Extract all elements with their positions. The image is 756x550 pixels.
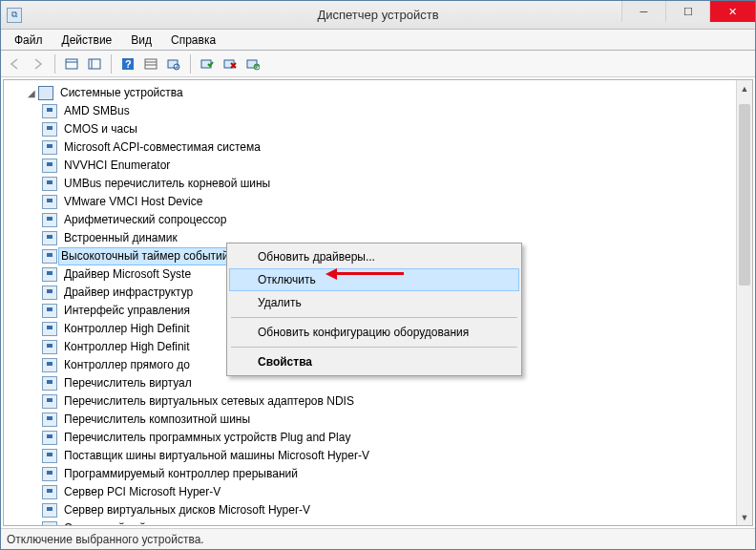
tree-item[interactable]: Программируемый контроллер прерываний <box>42 465 752 483</box>
svg-rect-2 <box>89 59 100 69</box>
device-icon <box>42 503 57 518</box>
device-icon <box>42 449 57 463</box>
device-label: UMBus перечислитель корневой шины <box>61 175 273 193</box>
device-label: Контроллер High Definit <box>61 320 193 338</box>
back-button[interactable] <box>5 53 26 74</box>
device-label: Контроллер прямого до <box>61 356 193 374</box>
properties-button[interactable] <box>84 53 105 74</box>
tree-item[interactable]: Системный таймер <box>42 519 752 526</box>
context-menu: Обновить драйверы...ОтключитьУдалитьОбно… <box>226 243 522 376</box>
category-icon <box>38 86 53 100</box>
menu-action[interactable]: Действие <box>52 32 122 49</box>
device-icon <box>42 485 57 499</box>
menubar: Файл Действие Вид Справка <box>1 30 755 51</box>
device-tree-panel: ◢ Системные устройства AMD SMBusCMOS и ч… <box>3 79 753 526</box>
device-label: Перечислитель композитной шины <box>61 411 253 429</box>
context-menu-item[interactable]: Обновить конфигурацию оборудования <box>229 321 519 344</box>
device-label: Сервер виртуальных дисков Microsoft Hype… <box>61 501 313 519</box>
menu-file[interactable]: Файл <box>5 32 52 49</box>
device-icon <box>42 104 57 118</box>
device-icon <box>42 177 57 191</box>
device-icon <box>42 140 57 155</box>
tree-item[interactable]: Сервер PCI Microsoft Hyper-V <box>42 483 752 501</box>
device-icon <box>42 231 57 245</box>
uninstall-device-button[interactable] <box>242 53 263 74</box>
device-icon <box>42 358 57 372</box>
device-label: Встроенный динамик <box>61 229 180 247</box>
device-label: Арифметический сопроцессор <box>61 211 229 229</box>
tree-item[interactable]: NVVHCI Enumerator <box>42 157 752 175</box>
scroll-thumb[interactable] <box>739 104 750 286</box>
device-label: Высокоточный таймер событий <box>58 247 231 265</box>
device-icon <box>42 340 57 354</box>
context-menu-item[interactable]: Отключить <box>229 268 519 291</box>
context-menu-item[interactable]: Обновить драйверы... <box>229 245 519 268</box>
close-button[interactable]: ✕ <box>709 1 755 22</box>
device-label: AMD SMBus <box>61 102 133 120</box>
device-icon <box>42 431 57 445</box>
scroll-up-icon[interactable]: ▲ <box>737 80 752 96</box>
menu-view[interactable]: Вид <box>121 32 161 49</box>
tree-item[interactable]: Перечислитель композитной шины <box>42 411 752 429</box>
tree-item[interactable]: Перечислитель программных устройств Plug… <box>42 429 752 447</box>
tree-item[interactable]: AMD SMBus <box>42 102 752 120</box>
tree-item[interactable]: VMware VMCI Host Device <box>42 193 752 211</box>
device-icon <box>42 376 57 391</box>
device-label: Интерфейс управления <box>61 302 193 320</box>
titlebar: ⧉ Диспетчер устройств ─ ☐ ✕ <box>1 1 755 30</box>
svg-rect-0 <box>66 59 77 69</box>
tree-item[interactable]: CMOS и часы <box>42 120 752 138</box>
maximize-button[interactable]: ☐ <box>665 1 709 22</box>
collapse-icon[interactable]: ◢ <box>25 85 38 101</box>
tree-item[interactable]: Перечислитель виртуал <box>42 374 752 392</box>
context-menu-separator <box>231 317 517 318</box>
tree-item[interactable]: Поставщик шины виртуальной машины Micros… <box>42 447 752 465</box>
app-icon: ⧉ <box>7 8 22 23</box>
view-mode-button[interactable] <box>140 53 161 74</box>
tree-item[interactable]: Сервер виртуальных дисков Microsoft Hype… <box>42 501 752 519</box>
device-icon <box>42 249 57 264</box>
toolbar-separator <box>54 54 55 74</box>
device-label: Сервер PCI Microsoft Hyper-V <box>61 483 223 501</box>
help-button[interactable]: ? <box>117 53 138 74</box>
client-area: ◢ Системные устройства AMD SMBusCMOS и ч… <box>1 77 755 528</box>
window-controls: ─ ☐ ✕ <box>621 1 755 29</box>
minimize-button[interactable]: ─ <box>621 1 665 22</box>
tree-item[interactable]: Арифметический сопроцессор <box>42 211 752 229</box>
device-icon <box>42 467 57 481</box>
context-menu-item[interactable]: Удалить <box>229 291 519 314</box>
forward-button[interactable] <box>28 53 49 74</box>
device-icon <box>42 286 57 300</box>
device-label: Драйвер инфраструктур <box>61 284 196 302</box>
context-menu-item[interactable]: Свойства <box>229 350 519 373</box>
disable-device-button[interactable] <box>220 53 241 74</box>
device-icon <box>42 521 57 526</box>
device-label: Контроллер High Definit <box>61 338 193 356</box>
device-label: Драйвер Microsoft Syste <box>61 265 194 284</box>
toolbar: ? <box>1 51 755 77</box>
tree-category[interactable]: ◢ Системные устройства <box>8 84 752 102</box>
toolbar-separator <box>111 54 112 74</box>
menu-help[interactable]: Справка <box>161 32 225 49</box>
toolbar-separator <box>190 54 191 74</box>
statusbar: Отключение выбранного устройства. <box>1 528 755 549</box>
device-label: Поставщик шины виртуальной машины Micros… <box>61 447 372 465</box>
scan-hardware-button[interactable] <box>163 53 184 74</box>
device-label: Microsoft ACPI-совместимая система <box>61 138 263 157</box>
device-label: Программируемый контроллер прерываний <box>61 465 301 483</box>
device-icon <box>42 394 57 409</box>
enable-device-button[interactable] <box>197 53 218 74</box>
vertical-scrollbar[interactable]: ▲ ▼ <box>736 80 752 525</box>
device-label: Перечислитель программных устройств Plug… <box>61 429 353 447</box>
show-hidden-button[interactable] <box>61 53 82 74</box>
device-label: Перечислитель виртуал <box>61 374 195 392</box>
scroll-down-icon[interactable]: ▼ <box>737 509 752 525</box>
tree-item[interactable]: Microsoft ACPI-совместимая система <box>42 138 752 157</box>
tree-item[interactable]: Перечислитель виртуальных сетевых адапте… <box>42 392 752 411</box>
category-label: Системные устройства <box>57 84 186 102</box>
device-icon <box>42 304 57 318</box>
device-icon <box>42 213 57 227</box>
scroll-track[interactable] <box>737 96 752 509</box>
device-icon <box>42 159 57 173</box>
tree-item[interactable]: UMBus перечислитель корневой шины <box>42 175 752 193</box>
